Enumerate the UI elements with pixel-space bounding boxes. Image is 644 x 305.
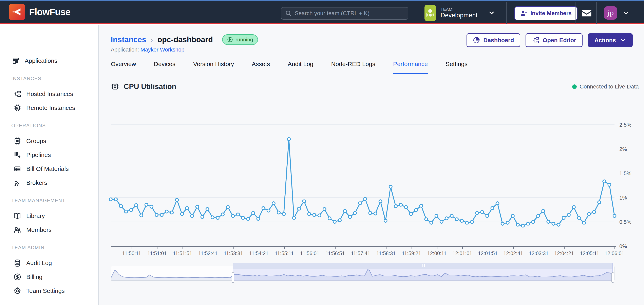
flowfuse-app: FlowFuse TEAM: Development: [0, 0, 644, 305]
sidebar-section-team-admin: TEAM ADMIN: [0, 245, 98, 251]
sidebar-item-label: Members: [26, 226, 52, 233]
application-link[interactable]: Mayker Workshop: [140, 47, 184, 53]
actions-chevron-down-icon: [620, 37, 626, 43]
navbar-divider-3: [596, 2, 597, 24]
play-circle-icon: [227, 36, 233, 43]
breadcrumb-separator: ›: [150, 36, 153, 44]
x-axis-label-11:56:01: 11:56:01: [300, 251, 319, 256]
audit-log-icon: [13, 259, 22, 268]
chart-range-brush[interactable]: [111, 266, 614, 281]
logo-text: FlowFuse: [29, 6, 70, 17]
sidebar-item-label: Hosted Instances: [26, 90, 73, 97]
remote-instances-icon: [13, 103, 22, 112]
notifications-mail-icon[interactable]: [581, 7, 592, 19]
live-status: Connected to Live Data: [572, 83, 639, 90]
sidebar-item-bill-of-materials[interactable]: Bill Of Materials: [0, 163, 98, 175]
sidebar-item-label: Bill Of Materials: [26, 165, 69, 172]
panel-title-wrap: CPU Utilisation: [111, 82, 176, 91]
team-label: TEAM:: [440, 7, 478, 12]
team-meta: TEAM: Development: [440, 7, 478, 19]
page-title: opc-dashboard: [158, 35, 213, 44]
groups-icon: [13, 137, 22, 145]
sidebar-item-groups[interactable]: Groups: [0, 135, 98, 147]
navbar-divider-2: [575, 2, 576, 24]
sidebar-item-library[interactable]: Library: [0, 210, 98, 222]
sidebar-item-billing[interactable]: Billing: [0, 271, 98, 283]
x-axis-label-11:52:41: 11:52:41: [198, 251, 218, 256]
x-axis-label-12:05:11: 12:05:11: [580, 251, 599, 256]
sidebar-item-label: Brokers: [26, 179, 47, 186]
brush-drag-strip[interactable]: [233, 263, 612, 269]
team-name: Development: [440, 12, 478, 19]
application-label: Application:: [111, 47, 139, 53]
sidebar-item-hosted-instances[interactable]: Hosted Instances: [0, 88, 98, 100]
cpu-chart: [111, 113, 614, 246]
sidebar-item-label: Pipelines: [26, 151, 51, 158]
x-axis-label-11:53:31: 11:53:31: [224, 251, 243, 256]
panel-divider: [111, 95, 639, 95]
flowfuse-logo-icon: [9, 4, 25, 20]
search-icon: [285, 10, 292, 17]
sidebar-item-applications[interactable]: Applications: [0, 55, 98, 66]
bill-of-materials-icon: [13, 164, 22, 173]
application-row: Application: Mayker Workshop: [111, 47, 184, 53]
brush-grip-icon: [424, 264, 425, 267]
brush-selection[interactable]: [233, 263, 612, 281]
brokers-icon: [13, 178, 22, 187]
applications-icon: [11, 56, 20, 65]
header-buttons: Dashboard Open Editor Actions: [466, 33, 633, 47]
sidebar-item-brokers[interactable]: Brokers: [0, 177, 98, 188]
brush-handle-right[interactable]: [612, 272, 614, 283]
x-axis-label-11:57:41: 11:57:41: [351, 251, 370, 256]
chart-x-labels: 11:50:1111:51:0111:51:5111:52:4111:53:31…: [111, 246, 614, 258]
pie-chart-icon: [473, 36, 480, 44]
main-content: Instances › opc-dashboard running Applic…: [99, 25, 644, 305]
y-axis-label-1%: 1%: [619, 195, 627, 201]
sidebar-item-pipelines[interactable]: Pipelines: [0, 149, 98, 161]
fork-icon: [532, 36, 540, 44]
actions-button[interactable]: Actions: [588, 33, 633, 47]
account-menu[interactable]: jp: [604, 6, 630, 19]
x-axis-label-12:01:51: 12:01:51: [478, 251, 498, 256]
invite-members-button[interactable]: Invite Members: [514, 6, 578, 20]
open-editor-button[interactable]: Open Editor: [526, 33, 582, 47]
sidebar-item-label: Remote Instances: [26, 104, 75, 111]
search-input[interactable]: [295, 10, 404, 16]
status-badge: running: [222, 34, 258, 45]
x-axis-label-11:54:21: 11:54:21: [249, 251, 268, 256]
dashboard-button[interactable]: Dashboard: [466, 33, 520, 47]
sidebar-item-audit-log[interactable]: Audit Log: [0, 257, 98, 269]
team-avatar: [424, 5, 436, 21]
team-selector[interactable]: TEAM: Development: [424, 2, 495, 24]
flowfuse-logo[interactable]: FlowFuse: [9, 4, 70, 20]
library-icon: [13, 212, 22, 220]
team-search[interactable]: [281, 7, 408, 19]
sidebar-section-team-management: TEAM MANAGEMENT: [0, 198, 98, 203]
account-chevron-down-icon: [622, 9, 630, 16]
sidebar-item-members[interactable]: Members: [0, 224, 98, 236]
navbar-divider: [506, 2, 507, 24]
sidebar-item-team-settings[interactable]: Team Settings: [0, 285, 98, 297]
brush-handle-left[interactable]: [232, 272, 234, 283]
live-status-label: Connected to Live Data: [580, 83, 639, 90]
dashboard-button-label: Dashboard: [483, 37, 514, 44]
top-navbar: FlowFuse TEAM: Development: [0, 1, 644, 24]
panel-header: CPU Utilisation Connected to Live Data: [111, 82, 639, 91]
live-status-dot: [572, 84, 577, 89]
sidebar-section-instances: INSTANCES: [0, 76, 98, 81]
x-axis-label-11:51:01: 11:51:01: [147, 251, 166, 256]
sidebar-item-label: Library: [26, 213, 45, 219]
x-axis-label-12:03:31: 12:03:31: [529, 251, 548, 256]
sidebar-item-remote-instances[interactable]: Remote Instances: [0, 102, 98, 113]
x-axis-label-11:50:11: 11:50:11: [122, 251, 141, 256]
x-axis-label-11:59:21: 11:59:21: [402, 251, 421, 256]
brush-grip-icon: [421, 264, 421, 267]
x-axis-label-12:01:01: 12:01:01: [452, 251, 472, 256]
x-axis-label-11:56:51: 11:56:51: [326, 251, 345, 256]
y-axis-label-2.5%: 2.5%: [619, 122, 631, 128]
x-axis-label-12:04:21: 12:04:21: [554, 251, 574, 256]
team-settings-icon: [13, 287, 22, 295]
breadcrumb-instances-link[interactable]: Instances: [111, 35, 146, 44]
x-axis-label-12:02:41: 12:02:41: [503, 251, 523, 256]
hosted-instances-icon: [13, 89, 22, 98]
